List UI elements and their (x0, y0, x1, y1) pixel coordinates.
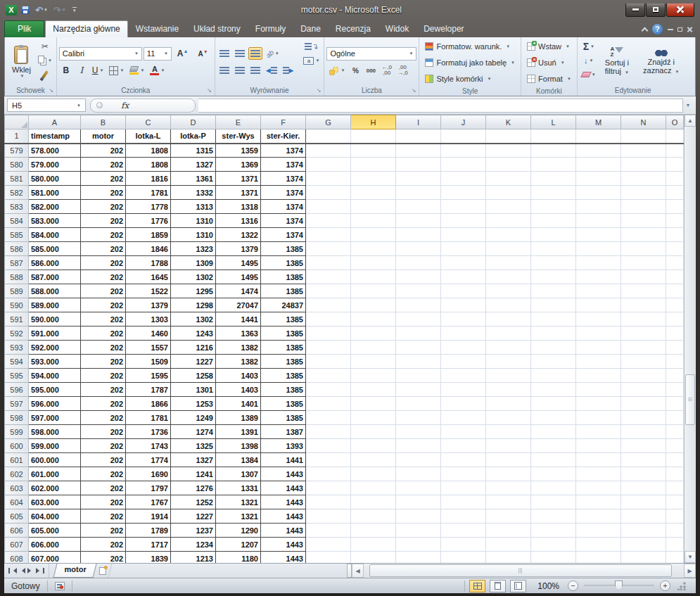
paste-button[interactable]: Wklej ▼ (7, 39, 36, 85)
cell[interactable]: 1241 (171, 467, 216, 481)
cell[interactable] (621, 383, 666, 397)
cell[interactable]: 578.000 (29, 144, 81, 158)
cell[interactable] (486, 284, 531, 298)
align-top-button[interactable] (217, 47, 231, 60)
cell[interactable] (351, 411, 396, 425)
cell[interactable]: 1371 (216, 172, 261, 186)
cell[interactable]: 202 (81, 524, 126, 538)
formula-input[interactable] (198, 99, 683, 113)
italic-button[interactable]: I (75, 64, 89, 77)
cell[interactable]: 1315 (171, 144, 216, 158)
cell[interactable]: 1743 (126, 439, 171, 453)
vertical-scroll-track[interactable] (685, 127, 696, 551)
cell[interactable] (621, 425, 666, 439)
scroll-right-icon[interactable]: ▶ (684, 564, 696, 578)
cell[interactable] (441, 538, 486, 552)
cell[interactable] (666, 129, 684, 144)
cell[interactable]: 202 (81, 439, 126, 453)
cell[interactable]: 1313 (171, 200, 216, 214)
cell[interactable] (621, 298, 666, 312)
cell[interactable]: 1309 (171, 256, 216, 270)
ribbon-tab-narzędzia-główne[interactable]: Narzędzia główne (45, 20, 127, 37)
cell[interactable] (531, 172, 576, 186)
cell[interactable] (441, 369, 486, 383)
cell[interactable] (486, 355, 531, 369)
cell[interactable] (576, 524, 621, 538)
cell[interactable] (621, 256, 666, 270)
cell[interactable]: 1866 (126, 397, 171, 411)
cell[interactable] (621, 341, 666, 355)
help-icon[interactable]: ? (652, 24, 663, 34)
cell[interactable] (666, 158, 684, 172)
cell[interactable] (396, 298, 441, 312)
minimize-button[interactable] (625, 4, 645, 17)
cell[interactable] (531, 200, 576, 214)
cell[interactable] (351, 298, 396, 312)
cell[interactable]: 1690 (126, 467, 171, 481)
cell[interactable] (621, 453, 666, 467)
cell[interactable]: 605.000 (29, 524, 81, 538)
cell[interactable] (576, 298, 621, 312)
cell[interactable] (576, 228, 621, 242)
cell[interactable]: 202 (81, 298, 126, 312)
cell[interactable]: 1393 (261, 439, 306, 453)
decrease-decimal-button[interactable]: ,00→,0 (395, 64, 410, 77)
cell[interactable] (531, 453, 576, 467)
redo-button[interactable]: ↷▼ (52, 4, 68, 16)
cell[interactable] (576, 355, 621, 369)
cell[interactable] (576, 326, 621, 341)
cell[interactable] (531, 144, 576, 158)
cell[interactable] (666, 200, 684, 214)
cell[interactable]: 1736 (126, 425, 171, 439)
cell[interactable] (666, 186, 684, 200)
cell[interactable] (441, 453, 486, 467)
cell[interactable]: 1797 (126, 481, 171, 495)
cell[interactable] (531, 369, 576, 383)
cell[interactable] (396, 552, 441, 564)
customize-qat-button[interactable]: ▼ (70, 4, 78, 16)
cell[interactable]: 1374 (261, 214, 306, 228)
cell[interactable] (306, 355, 351, 369)
cell[interactable]: 1298 (171, 298, 216, 312)
cell[interactable]: 1382 (216, 341, 261, 355)
shrink-font-button[interactable]: A▼ (193, 47, 212, 60)
ribbon-tab-recenzja[interactable]: Recenzja (329, 21, 378, 37)
cell[interactable]: 1859 (126, 228, 171, 242)
cell[interactable] (531, 495, 576, 509)
cell[interactable]: 1387 (261, 425, 306, 439)
cell[interactable] (531, 312, 576, 326)
cell[interactable] (621, 158, 666, 172)
cell[interactable] (621, 228, 666, 242)
row-header-598[interactable]: 598 (5, 411, 29, 425)
cell[interactable] (486, 552, 531, 564)
cell[interactable] (576, 439, 621, 453)
clipboard-dialog-launcher[interactable]: ↘ (49, 87, 53, 94)
cell[interactable] (486, 200, 531, 214)
cell[interactable]: 1361 (171, 172, 216, 186)
row-header-587[interactable]: 587 (5, 256, 29, 270)
cell[interactable] (486, 411, 531, 425)
column-header-F[interactable]: F (261, 115, 306, 129)
cell[interactable]: 1788 (126, 256, 171, 270)
cell[interactable] (351, 341, 396, 355)
cell[interactable] (396, 509, 441, 524)
row-header-608[interactable]: 608 (5, 552, 29, 564)
cell[interactable] (621, 552, 666, 564)
cell[interactable] (666, 383, 684, 397)
cell[interactable]: 202 (81, 256, 126, 270)
font-color-button[interactable]: A▼ (148, 64, 167, 77)
accounting-format-button[interactable]: ▼ (326, 64, 347, 77)
cell[interactable] (666, 552, 684, 564)
cell[interactable] (486, 270, 531, 284)
cell[interactable]: 1234 (171, 538, 216, 552)
underline-button[interactable]: U▼ (90, 64, 106, 77)
cell[interactable]: 593.000 (29, 355, 81, 369)
cell[interactable]: 607.000 (29, 552, 81, 564)
fill-color-button[interactable]: ▼ (127, 64, 146, 77)
cell[interactable] (306, 341, 351, 355)
ribbon-tab-deweloper[interactable]: Deweloper (416, 21, 471, 37)
cell[interactable] (576, 425, 621, 439)
cell[interactable] (576, 467, 621, 481)
cell[interactable] (486, 453, 531, 467)
cell[interactable] (441, 355, 486, 369)
